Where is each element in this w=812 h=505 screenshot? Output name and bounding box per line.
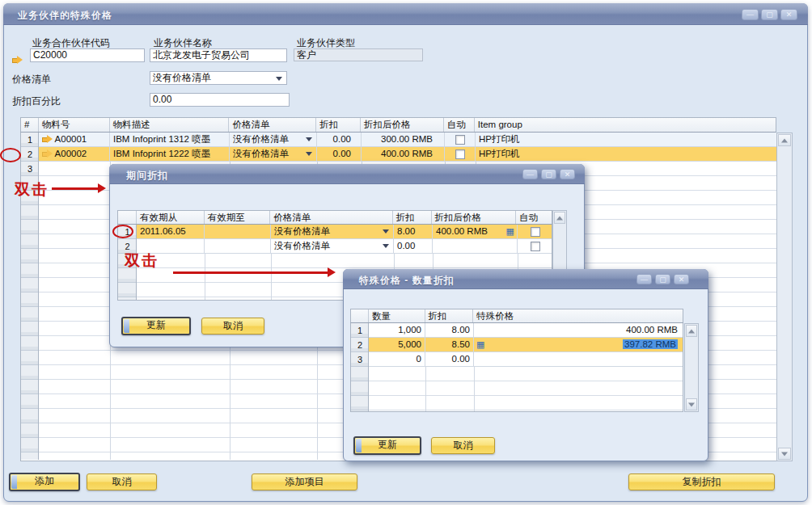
quantity-table-body: 1,000 8.00 400.00 RMB 5,000 8.50 ▦ 397.8… (350, 323, 683, 412)
vertical-scrollbar[interactable] (684, 323, 699, 412)
table-row[interactable]: 1,000 8.00 400.00 RMB (369, 323, 683, 338)
table-row-selected[interactable]: 5,000 8.50 ▦ 397.82 RMB (369, 338, 683, 352)
grid-line (425, 367, 426, 412)
col-header-discount[interactable]: 折扣 (425, 309, 474, 322)
calculator-icon[interactable]: ▦ (476, 338, 484, 351)
col-header-special-price[interactable]: 特殊价格 (473, 309, 683, 322)
scroll-down-icon[interactable] (686, 398, 697, 410)
update-button[interactable]: 更新 (353, 436, 421, 455)
empty-rows-area[interactable] (369, 367, 683, 411)
col-header-num[interactable] (351, 309, 369, 322)
col-header-qty[interactable]: 数量 (369, 309, 425, 322)
grid-line (474, 367, 475, 412)
quantity-dialog-title: 特殊价格 - 数量折扣 (359, 274, 455, 288)
scroll-up-icon[interactable] (686, 325, 697, 337)
row-number[interactable]: 2 (351, 339, 369, 352)
close-icon[interactable]: ✕ (674, 274, 689, 284)
row-number[interactable]: 3 (351, 353, 369, 367)
quantity-discount-dialog-layer: 特殊价格 - 数量折扣 — ▢ ✕ 数量 折扣 特殊价格 1,000 8.00 … (0, 0, 812, 505)
selected-price-text: 397.82 RMB (623, 339, 678, 349)
quantity-table-header: 数量 折扣 特殊价格 (350, 309, 683, 323)
row-number[interactable]: 1 (351, 324, 369, 338)
minimize-icon[interactable]: — (636, 274, 652, 284)
cancel-button[interactable]: 取消 (431, 437, 495, 454)
screen: 业务伙伴的特殊价格 — ▢ ✕ 业务合作伙伴代码 业务伙伴名称 业务伙伴类型 C… (0, 0, 812, 505)
quantity-dialog-titlebar[interactable]: 特殊价格 - 数量折扣 — ▢ ✕ (343, 269, 708, 289)
maximize-icon[interactable]: ▢ (655, 274, 670, 284)
table-row[interactable]: 0 0.00 (369, 352, 683, 367)
